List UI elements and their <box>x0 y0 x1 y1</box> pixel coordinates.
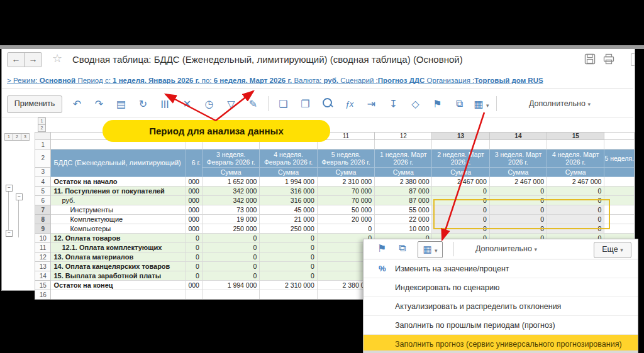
value-cell[interactable]: 1 652 000 <box>202 177 259 187</box>
value-cell[interactable]: 0 <box>317 224 374 234</box>
more-menu-button[interactable]: Дополнительно ▾ <box>529 99 591 108</box>
collapse-group-icon[interactable]: − <box>6 230 13 237</box>
pivot-title-cell[interactable]: БДДС (Еженедельный, лимитирующий) <box>51 149 186 177</box>
grid-cell[interactable] <box>547 140 604 149</box>
value-cell[interactable]: 2 467 000 <box>489 177 547 187</box>
value-cell[interactable]: 0 <box>260 243 317 253</box>
value-cell[interactable]: 73 000 <box>202 205 259 215</box>
fill-calculator-icon[interactable]: ▦ ▾ <box>470 98 492 110</box>
value-cell[interactable]: 250 000 <box>260 224 317 234</box>
value-cell[interactable]: 70 000 <box>317 196 374 205</box>
value-cell[interactable] <box>202 290 259 300</box>
popup-more-menu-button[interactable]: Дополнительно ▾ <box>475 244 537 253</box>
grid-cell[interactable] <box>604 140 635 149</box>
value-cell[interactable]: 1 994 000 <box>260 177 317 187</box>
fill-calculator-button-pressed[interactable]: ▦ ▾ <box>418 241 443 258</box>
favorite-star-icon[interactable]: ☆ <box>52 52 62 65</box>
menu-item[interactable]: %Изменить на значение/процент <box>364 259 638 278</box>
row-number[interactable]: 8 <box>35 215 51 224</box>
copy-icon[interactable]: ❏ <box>272 98 294 110</box>
column-number[interactable]: 13 <box>432 133 489 140</box>
apply-button[interactable]: Применить <box>7 95 62 113</box>
value-cell[interactable]: 342 000 <box>202 187 259 196</box>
param-segment[interactable]: 6 неделя. Март 2026 г. <box>214 77 292 84</box>
history-clock-icon[interactable]: ◷ <box>198 98 220 110</box>
value-cell[interactable]: 0 <box>202 262 259 271</box>
value-cell[interactable]: 0 <box>202 271 259 281</box>
row-label[interactable]: 13. Оплата материалов <box>51 253 186 262</box>
param-segment[interactable]: Основной <box>40 77 75 84</box>
period-column-header[interactable]: 1 неделя. Март2026 г. <box>375 149 432 168</box>
value-cell[interactable]: 0 <box>260 271 317 281</box>
value-cell[interactable]: 0 <box>260 234 317 243</box>
value-cell[interactable]: 2 467 000 <box>547 177 604 187</box>
cell-arrow-icon[interactable]: ⇥ <box>360 98 382 110</box>
param-segment[interactable]: 1 неделя. Январь 2026 г. <box>113 77 199 84</box>
param-segment[interactable]: по: <box>200 77 214 84</box>
param-segment[interactable]: Период с: <box>75 77 113 84</box>
value-cell[interactable]: 000 <box>186 215 203 224</box>
row-number[interactable]: 14 <box>35 271 51 281</box>
param-segment[interactable]: Валюта: <box>292 77 323 84</box>
value-cell[interactable]: 000 <box>186 196 203 205</box>
value-cell[interactable]: 000 <box>186 205 203 215</box>
row-number[interactable]: 1 <box>35 140 51 149</box>
clear-x-icon[interactable]: ✕ <box>176 98 198 110</box>
row-number[interactable]: 6 <box>35 196 51 205</box>
row-number[interactable]: 3 <box>35 167 51 176</box>
menu-item[interactable]: Актуализировать и распределить отклонени… <box>364 297 638 315</box>
row-label[interactable]: Остаток на начало <box>51 177 186 187</box>
value-cell[interactable]: 316 000 <box>260 187 317 196</box>
eraser-diamond-icon[interactable]: ◇ <box>404 98 426 110</box>
filter-icon[interactable]: ▽ <box>220 98 242 110</box>
value-cell[interactable]: 0 <box>202 253 259 262</box>
columns-icon[interactable]: ||| <box>154 99 176 108</box>
edit-pencil-icon[interactable]: ✎ <box>242 98 264 110</box>
row-label[interactable]: Инструменты <box>51 205 186 215</box>
value-cell[interactable]: 0 <box>547 187 604 196</box>
column-number[interactable]: 14 <box>489 133 547 140</box>
nav-forward-button[interactable]: → <box>24 52 42 67</box>
value-cell[interactable]: 0 <box>186 271 203 281</box>
value-cell[interactable]: 87 000 <box>375 196 432 205</box>
column-number[interactable] <box>604 133 635 140</box>
print-icon[interactable] <box>603 53 614 65</box>
row-label[interactable]: руб. <box>51 196 186 205</box>
row-label[interactable]: 14. Оплата канцелярских товаров <box>51 262 186 271</box>
row-group-level-2-button[interactable]: 2 <box>38 124 46 132</box>
comment-flag-icon[interactable]: ⚑ <box>426 98 448 110</box>
value-cell[interactable]: 21 000 <box>260 215 317 224</box>
value-cell[interactable]: 2 380 000 <box>375 177 432 187</box>
menu-item[interactable]: Индексировать по сценарию <box>364 278 638 296</box>
still-more-button[interactable]: Еще ▾ <box>594 242 631 258</box>
save-icon[interactable] <box>584 53 596 65</box>
param-segment[interactable]: > Режим: <box>7 77 40 84</box>
clipped-column-header[interactable]: 6 г. <box>186 149 203 177</box>
period-column-header[interactable]: 5 неделя.Февраль 2026 г. <box>317 149 374 168</box>
col-group-level-3-button[interactable]: 3 <box>21 133 30 141</box>
param-segment[interactable]: Прогноз ДДС <box>378 77 425 84</box>
row-number[interactable]: 10 <box>35 234 51 243</box>
col-group-level-1-button[interactable]: 1 <box>4 133 13 141</box>
row-number[interactable]: 5 <box>35 187 51 196</box>
row-label[interactable]: 12. Оплата товаров <box>51 234 186 243</box>
value-cell[interactable]: 342 000 <box>202 196 259 205</box>
grid-cell[interactable] <box>375 140 432 149</box>
param-segment[interactable]: Торговый дом RUS <box>474 77 543 84</box>
layers-icon[interactable]: ⧉ <box>399 242 406 254</box>
refresh-icon[interactable]: ↻ <box>132 98 154 110</box>
value-cell[interactable]: 0 <box>186 234 203 243</box>
value-cell[interactable]: 0 <box>432 187 489 196</box>
value-cell[interactable]: 2 310 000 <box>317 177 374 187</box>
collapse-group-icon[interactable]: − <box>6 185 13 192</box>
value-cell[interactable]: 1 994 000 <box>202 281 259 290</box>
layers-icon[interactable]: ⧉ <box>448 98 470 109</box>
value-cell[interactable]: 0 <box>260 253 317 262</box>
row-label[interactable]: 15. Выплата заработной платы <box>51 271 186 281</box>
value-cell[interactable]: 316 000 <box>260 196 317 205</box>
row-number[interactable]: 13 <box>35 262 51 271</box>
period-column-header[interactable]: 4 неделя. Март2026 г. <box>547 149 604 168</box>
row-number[interactable]: 9 <box>35 224 51 234</box>
param-segment[interactable]: Сценарий : <box>338 77 378 84</box>
param-segment[interactable]: руб. <box>324 77 339 84</box>
